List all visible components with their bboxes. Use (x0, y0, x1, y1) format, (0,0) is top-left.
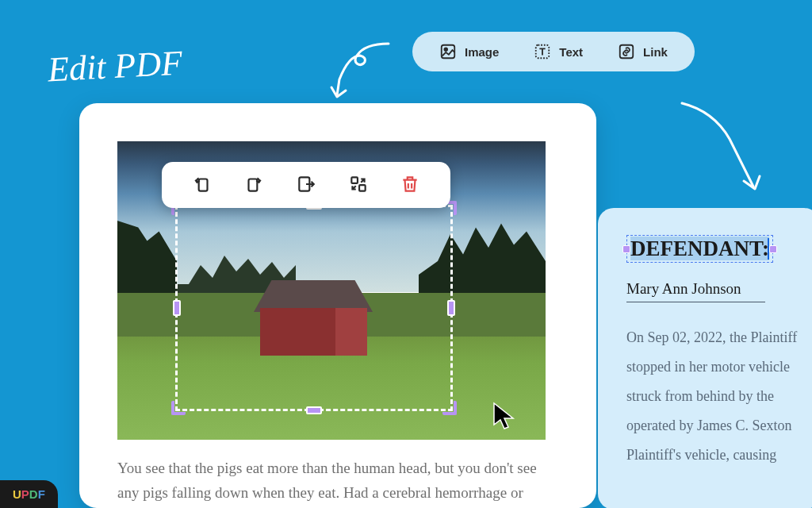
resize-handle[interactable] (622, 245, 630, 253)
link-tool-button[interactable]: Link (618, 43, 668, 60)
resize-handle[interactable] (306, 406, 322, 414)
selected-text-box[interactable]: DEFENDANT: (626, 235, 773, 263)
resize-handle[interactable] (173, 300, 181, 316)
image-tool-label: Image (465, 45, 499, 59)
trash-icon (400, 174, 420, 194)
resize-handle[interactable] (442, 401, 457, 415)
image-context-toolbar (162, 162, 450, 208)
crop-selection[interactable] (175, 205, 453, 411)
text-tool-label: Text (559, 45, 583, 59)
link-icon (618, 43, 635, 60)
rotate-left-button[interactable] (187, 169, 217, 202)
text-tool-button[interactable]: Text (534, 43, 583, 60)
resize-handle[interactable] (447, 300, 455, 316)
svg-rect-4 (198, 179, 207, 190)
document-page: You see that the pigs eat more than the … (79, 103, 596, 508)
text-edit-panel: DEFENDANT: Mary Ann Johnson On Sep 02, 2… (598, 208, 812, 508)
panel-body-text[interactable]: On Sep 02, 2022, the Plaintiff stopped i… (626, 323, 812, 469)
arrow-decoration (317, 32, 412, 111)
image-tool-button[interactable]: Image (439, 43, 499, 60)
delete-button[interactable] (395, 169, 425, 202)
svg-rect-5 (249, 179, 258, 190)
text-icon (534, 43, 551, 60)
defendant-label: DEFENDANT: (630, 237, 769, 260)
resize-handle[interactable] (171, 401, 186, 415)
edit-toolbar: Image Text Link (412, 32, 695, 71)
extract-button[interactable] (291, 169, 321, 202)
rotate-right-icon (243, 174, 264, 194)
svg-rect-0 (442, 45, 455, 59)
arrow-decoration (666, 95, 777, 206)
embedded-image[interactable] (117, 141, 546, 440)
rotate-left-icon (192, 174, 213, 194)
replace-icon (348, 174, 369, 194)
text-caret (768, 238, 770, 260)
svg-rect-7 (351, 177, 358, 183)
extract-icon (296, 174, 316, 194)
resize-handle[interactable] (769, 245, 777, 253)
page-title: Edit PDF (47, 43, 183, 90)
svg-point-1 (444, 48, 447, 51)
svg-rect-3 (620, 45, 634, 59)
replace-button[interactable] (343, 169, 373, 202)
svg-rect-8 (359, 185, 366, 191)
image-icon (439, 43, 457, 60)
document-body-text[interactable]: You see that the pigs eat more than the … (117, 456, 558, 508)
cursor-pointer-icon (492, 401, 519, 433)
defendant-name[interactable]: Mary Ann Johnson (626, 280, 765, 302)
link-tool-label: Link (643, 45, 668, 59)
rotate-right-button[interactable] (239, 169, 269, 202)
brand-logo: UPDF (0, 480, 58, 508)
